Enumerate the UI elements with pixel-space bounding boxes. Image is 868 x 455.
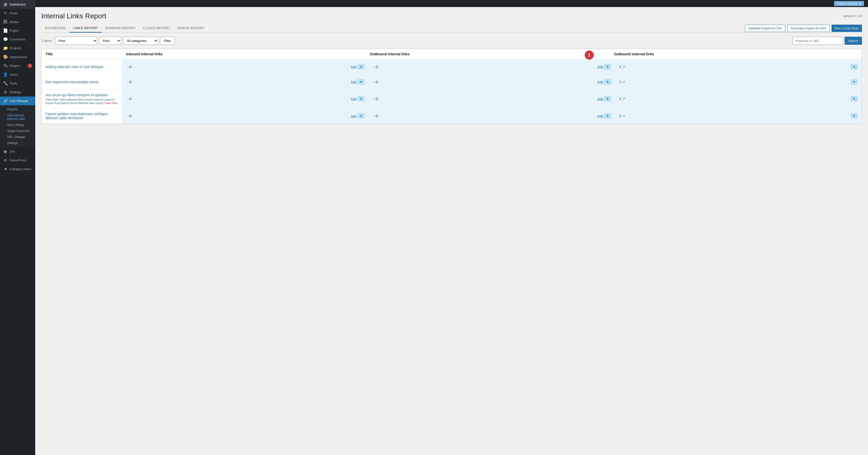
sidebar-item-dashboard[interactable]: ⊞ Dashboard [0, 0, 35, 9]
inbound-dropdown-2[interactable]: ▼ [358, 79, 365, 85]
link-whisper-submenu: Reports Add Inbound Internal Links Auto-… [0, 105, 35, 147]
sidebar-item-appearance[interactable]: 🎨 Appearance [0, 53, 35, 61]
external-dropdown-2[interactable]: ▼ [850, 79, 858, 85]
search-input[interactable] [793, 37, 843, 45]
detailed-export-button[interactable]: Detailed Export to CSV [745, 25, 785, 32]
inbound-dropdown-1[interactable]: ▼ [358, 64, 365, 70]
header-inbound: Inbound internal links [126, 52, 370, 56]
sidebar-item-users[interactable]: 👤 Users [0, 70, 35, 79]
external-count-1[interactable]: 3 ↗ [619, 65, 625, 69]
inbound-dropdown-4[interactable]: ▼ [358, 113, 365, 119]
add-inbound-link-1[interactable]: Add [351, 65, 356, 69]
sidebar-item-link-whisper[interactable]: 🔗 Link Whisper [0, 97, 35, 105]
add-inbound-link-3[interactable]: Add [351, 97, 356, 101]
sidebar-item-posts[interactable]: ✎ Posts [0, 9, 35, 18]
refresh-links-3[interactable]: Refresh links count [79, 102, 102, 105]
add-outbound-link-4[interactable]: Add [597, 114, 603, 118]
submenu-target-keywords[interactable]: Target Keywords [0, 128, 35, 134]
outbound-dropdown-1[interactable]: ▼ [604, 64, 611, 70]
external-dropdown-3[interactable]: ▼ [850, 96, 858, 102]
inbound-count-3: →0 [126, 97, 132, 101]
post-title-2[interactable]: Eos asperiores recusandae omnis [45, 80, 118, 84]
post-select[interactable]: Post [99, 37, 121, 45]
tab-actions: Detailed Export to CSV Summary Export to… [745, 25, 862, 32]
run-link-scan-button[interactable]: Run a Link Scan [832, 25, 862, 32]
title-cell-4: Facere quidem exercitationem similique d… [41, 108, 122, 123]
external-count-4[interactable]: 8 ↗ [619, 114, 625, 118]
tab-dashboard[interactable]: DASHBOARD [41, 24, 70, 33]
tab-error-report[interactable]: ERROR REPORT [174, 24, 208, 33]
add-outbound-4: Add ▼ [597, 113, 611, 119]
submenu-settings[interactable]: Settings [0, 140, 35, 146]
sidebar-item-fakerpress[interactable]: ⚙ FakerPress [0, 156, 35, 165]
add-outbound-link-2[interactable]: Add [597, 80, 603, 84]
tabs-bar: DASHBOARD LINKS REPORT DOMAINS REPORT CL… [41, 24, 862, 33]
post-title-4[interactable]: Facere quidem exercitationem similique d… [45, 112, 118, 120]
post-title-3[interactable]: Aut rerum qui libero tempore et aperiam [45, 93, 118, 97]
sidebar-item-collapse[interactable]: ◄ Collapse menu [0, 165, 35, 173]
add-inbound-1: Add ▼ [351, 64, 365, 70]
add-inbound-link-4[interactable]: Add [351, 114, 356, 118]
add-inbound-link-2[interactable]: Add [351, 80, 356, 84]
fakerpress-icon: ⚙ [3, 158, 7, 163]
view-link-3[interactable]: View [45, 98, 52, 101]
sidebar-item-projects[interactable]: 📁 Projects [0, 44, 35, 53]
external-dropdown-1[interactable]: ▼ [850, 64, 858, 70]
settings-icon: ⚙ [3, 90, 7, 95]
users-icon: 👤 [3, 72, 7, 77]
outbound-count-3: →0 [373, 97, 378, 101]
version-text: version 2.1.0 [843, 14, 862, 18]
search-area: Search [793, 37, 862, 45]
submenu-reports[interactable]: Reports [0, 106, 35, 112]
submenu-add-inbound[interactable]: Add Inbound Internal Links [0, 112, 35, 122]
row-actions-3: View | Edit / Add outbound links | Expor… [45, 98, 118, 105]
external-count-2[interactable]: 5 ↗ [619, 80, 625, 84]
external-dropdown-4[interactable]: ▼ [850, 113, 858, 119]
export-support-3[interactable]: Export data for support [85, 98, 114, 101]
submenu-auto-linking[interactable]: Auto-Linking [0, 122, 35, 128]
tab-domains-report[interactable]: DOMAINS REPORT [102, 24, 140, 33]
divi-icon: ◉ [3, 149, 7, 154]
sidebar-item-divi[interactable]: ◉ Divi [0, 147, 35, 156]
external-cell-1: 3 ↗ ▼ [615, 59, 862, 74]
table-row: Aut rerum qui libero tempore et aperiam … [41, 90, 862, 108]
filter-bar: 7 items Filter by Post Type Post Page Po… [41, 37, 862, 45]
export-excel-3[interactable]: Export Post Data to Excel [45, 102, 77, 105]
table-row: Eos asperiores recusandae omnis →0 Add ▼… [41, 74, 862, 90]
sidebar-item-plugins[interactable]: 🔌 Plugins 1 [0, 61, 35, 70]
post-title-1[interactable]: Adding Internal Links in Link Whisper [45, 65, 118, 69]
filter-button[interactable]: Filter [160, 37, 175, 45]
header-external: Outbound external links [614, 52, 858, 56]
links-table: Title Inbound internal links Outbound in… [41, 49, 862, 124]
external-arrow-icon-1: ↗ [622, 65, 625, 69]
header-outbound: Outbound internal links 1 [370, 52, 614, 56]
sidebar-item-media[interactable]: 🖼 Media [0, 18, 35, 26]
edit-link-3[interactable]: Edit / Add outbound links [53, 98, 84, 101]
header-title: Title [45, 52, 126, 56]
add-outbound-link-3[interactable]: Add [597, 97, 603, 101]
outbound-dropdown-4[interactable]: ▼ [604, 113, 611, 119]
sidebar-item-pages[interactable]: 📄 Pages [0, 26, 35, 35]
outbound-dropdown-2[interactable]: ▼ [604, 79, 611, 85]
title-cell-3: Aut rerum qui libero tempore et aperiam … [41, 90, 122, 108]
plugins-icon: 🔌 [3, 63, 7, 68]
sidebar-item-settings[interactable]: ⚙ Settings [0, 88, 35, 97]
title-cell-1: Adding Internal Links in Link Whisper [41, 59, 122, 74]
sidebar-item-tools[interactable]: 🔧 Tools [0, 79, 35, 88]
tab-links-report[interactable]: LINKS REPORT [70, 24, 102, 33]
add-outbound-link-1[interactable]: Add [597, 65, 603, 69]
category-select[interactable]: All categories [123, 37, 158, 45]
post-type-select[interactable]: Filter by Post Type Post Page [55, 37, 97, 45]
external-count-3[interactable]: 3 ↗ [619, 97, 625, 101]
inbound-cell-4: →0 Add ▼ [122, 108, 369, 123]
summary-export-button[interactable]: Summary Export to CSV [787, 25, 830, 32]
tab-clicks-report[interactable]: CLICKS REPORT [140, 24, 174, 33]
inbound-dropdown-3[interactable]: ▼ [358, 96, 365, 102]
search-button[interactable]: Search [845, 37, 862, 45]
outbound-cell-4: →0 Add ▼ [369, 108, 615, 123]
submenu-url-changer[interactable]: URL Changer [0, 134, 35, 140]
trash-post-3[interactable]: Trash Post [104, 102, 118, 105]
screen-options-button[interactable]: Screen Options ▼ [834, 1, 864, 6]
sidebar-item-comments[interactable]: 💬 Comments [0, 35, 35, 44]
outbound-dropdown-3[interactable]: ▼ [604, 96, 611, 102]
